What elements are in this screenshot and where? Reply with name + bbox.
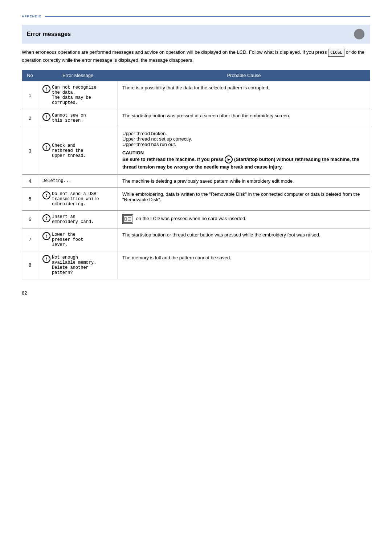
error-message-cell: ! Not enoughavailable memory.Delete anot… [38,251,118,279]
row-no: 4 [22,174,38,187]
row-no: 1 [22,81,38,109]
card-icon [122,214,133,224]
caution-block: CAUTION Be sure to rethread the machine.… [122,150,366,171]
error-icon: ! [42,214,50,222]
error-text: Can not recognizethe data.The data may b… [52,85,96,105]
row-no: 7 [22,228,38,251]
section-decoration-icon [352,28,365,41]
probable-cause-cell: Upper thread broken. Upper thread not se… [118,127,370,175]
error-icon: ! [42,143,50,151]
col-header-no: No [22,70,38,81]
row-no: 2 [22,109,38,127]
table-row: 1 ! Can not recognizethe data.The data m… [22,81,370,109]
caution-title: CAUTION [122,150,144,155]
svg-rect-2 [124,218,127,220]
intro-text-before: When erroneous operations are performed … [22,49,327,55]
table-row: 8 ! Not enoughavailable memory.Delete an… [22,251,370,279]
probable-cause-cell: The start/stop button was pressed at a s… [118,109,370,127]
row-no: 3 [22,127,38,175]
error-text: Cannot sew onthis screen. [52,113,86,123]
probable-cause-cell: While embroidering, data is written to t… [118,187,370,210]
section-title: Error messages [27,31,352,37]
appendix-label: APPENDIX [22,15,41,18]
probable-cause-cell: There is a possibility that the data for… [118,81,370,109]
probable-cause-cell: The start/stop button or thread cutter b… [118,228,370,251]
error-text: Insert anembroidery card. [52,214,94,224]
row-no: 6 [22,210,38,228]
error-text: Do not send a USBtransmittion whileembro… [52,191,99,207]
error-message-cell: ! Cannot sew onthis screen. [38,109,118,127]
error-text: Check andrethread theupper thread. [52,143,86,158]
error-messages-table: No Error Message Probable Cause 1 ! Can … [22,70,370,279]
error-text: Deleting... [42,178,71,183]
table-row: 6 ! Insert anembroidery card. [22,210,370,228]
table-row: 5 ! Do not send a USBtransmittion whilee… [22,187,370,210]
col-header-cause: Probable Cause [118,70,370,81]
error-icon: ! [42,232,50,240]
probable-cause-cell: The machine is deleting a previously sav… [118,174,370,187]
error-message-cell: ! Lower thepresser footlever. [38,228,118,251]
error-icon: ! [42,113,50,121]
error-message-cell: ! Do not send a USBtransmittion whileemb… [38,187,118,210]
row-no: 8 [22,251,38,279]
section-header: Error messages [22,25,370,44]
probable-cause-cell: on the LCD was pressed when no card was … [118,210,370,228]
table-row: 2 ! Cannot sew onthis screen. The start/… [22,109,370,127]
error-icon: ! [42,255,50,263]
table-row: 7 ! Lower thepresser footlever. The star… [22,228,370,251]
row-no: 5 [22,187,38,210]
col-header-error: Error Message [38,70,118,81]
svg-point-0 [354,29,364,40]
table-row: 4 Deleting... The machine is deleting a … [22,174,370,187]
error-text: Not enoughavailable memory.Delete anothe… [52,255,96,275]
error-message-cell: Deleting... [38,174,118,187]
close-button-inline: CLOSE [328,49,344,57]
caution-text: Be sure to rethread the machine. If you … [122,157,359,170]
start-stop-icon: ▶ [225,155,233,163]
appendix-divider [45,16,370,17]
error-message-cell: ! Can not recognizethe data.The data may… [38,81,118,109]
intro-paragraph: When erroneous operations are performed … [22,49,370,64]
error-message-cell: ! Insert anembroidery card. [38,210,118,228]
error-text: Lower thepresser footlever. [52,232,83,247]
page-number: 82 [22,290,370,296]
error-icon: ! [42,85,50,93]
error-message-cell: ! Check andrethread theupper thread. [38,127,118,175]
probable-cause-cell: The memory is full and the pattern canno… [118,251,370,279]
error-icon: ! [42,191,50,199]
table-row: 3 ! Check andrethread theupper thread. U… [22,127,370,175]
appendix-header: APPENDIX [22,15,370,18]
